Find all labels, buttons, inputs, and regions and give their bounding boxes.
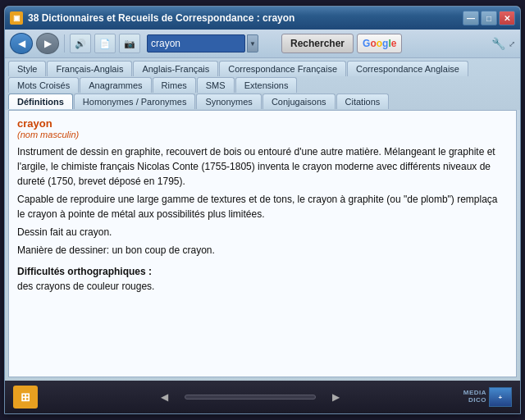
back-button[interactable]: ◀ xyxy=(10,33,33,54)
prev-arrow[interactable]: ◀ xyxy=(161,391,168,403)
tab-correspondance-anglaise[interactable]: Correspondance Anglaise xyxy=(347,61,468,76)
speaker-icon[interactable]: 🔊 xyxy=(70,34,91,53)
tab-extensions[interactable]: Extensions xyxy=(235,77,298,93)
search-dropdown[interactable]: ▼ xyxy=(247,34,258,52)
tab-synonymes[interactable]: Synonymes xyxy=(196,94,261,109)
tab-homonymes[interactable]: Homonymes / Paronymes xyxy=(74,94,196,109)
title-bar: ▣ 38 Dictionnaires et Recueils de Corres… xyxy=(5,7,520,30)
tab-mots-croises[interactable]: Mots Croisés xyxy=(8,77,79,93)
tab-style[interactable]: Style xyxy=(8,61,46,76)
expand-icon[interactable]: ⤢ xyxy=(509,39,515,48)
tab-row-2: Mots Croisés Anagrammes Rimes SMS Extens… xyxy=(8,77,517,93)
close-button[interactable]: ✕ xyxy=(499,11,515,25)
google-button[interactable]: Google xyxy=(357,34,402,53)
google-g: G xyxy=(363,38,370,49)
toolbar-separator xyxy=(64,34,65,52)
tab-citations[interactable]: Citations xyxy=(336,94,390,109)
tab-correspondance-francaise[interactable]: Correspondance Française xyxy=(219,61,346,76)
window-title: 38 Dictionnaires et Recueils de Correspo… xyxy=(28,12,463,24)
app-icon: ▣ xyxy=(10,11,23,25)
tab-francais-anglais[interactable]: Français-Anglais xyxy=(47,61,132,76)
search-area: ▼ xyxy=(147,34,278,52)
tab-definitions[interactable]: Définitions xyxy=(8,94,73,109)
minimize-button[interactable]: — xyxy=(463,11,479,25)
tab-anglais-francais[interactable]: Anglais-Français xyxy=(133,61,218,76)
tab-anagrammes[interactable]: Anagrammes xyxy=(80,77,151,93)
tabs-container: Style Français-Anglais Anglais-Français … xyxy=(5,58,520,110)
difficulties-title: Difficultés orthographiques : xyxy=(17,264,508,279)
content-area: crayon (nom masculin) Instrument de dess… xyxy=(8,110,517,377)
definition-paragraph-2: Capable de reproduire une large gamme de… xyxy=(17,192,508,221)
word-subtitle: (nom masculin) xyxy=(17,130,508,139)
tab-conjugaisons[interactable]: Conjugaisons xyxy=(262,94,336,109)
dico-label: DICO xyxy=(463,397,486,404)
media-dico-text: MEDIA DICO xyxy=(463,390,486,404)
window-controls: — □ ✕ xyxy=(463,11,515,25)
google-o1: o xyxy=(370,38,376,49)
tab-sms[interactable]: SMS xyxy=(197,77,235,93)
word-title: crayon xyxy=(17,117,508,130)
taskbar-progress-area: ◀ ▶ xyxy=(44,391,457,403)
google-o2: o xyxy=(377,38,382,49)
definition-paragraph-3: Dessin fait au crayon. xyxy=(17,225,508,240)
progress-bar xyxy=(185,395,316,399)
media-dico-logo: MEDIA DICO + xyxy=(463,387,512,407)
google-g2: g xyxy=(382,38,388,49)
next-arrow[interactable]: ▶ xyxy=(332,391,340,403)
taskbar-app-icon[interactable]: ⊞ xyxy=(13,386,38,409)
wrench-icon[interactable]: 🔧 xyxy=(491,37,505,50)
image-icon[interactable]: 📷 xyxy=(119,34,140,53)
document-icon[interactable]: 📄 xyxy=(94,34,116,53)
taskbar: ⊞ ◀ ▶ MEDIA DICO + xyxy=(5,381,520,413)
toolbar-right: 🔧 ⤢ xyxy=(491,37,515,50)
main-window: ▣ 38 Dictionnaires et Recueils de Corres… xyxy=(4,6,521,414)
definition-paragraph-1: Instrument de dessin en graphite, recouv… xyxy=(17,144,508,189)
maximize-button[interactable]: □ xyxy=(481,11,497,25)
rechercher-button[interactable]: Rechercher xyxy=(281,34,354,53)
forward-button[interactable]: ▶ xyxy=(36,33,59,54)
definition-paragraph-4: Manière de dessiner: un bon coup de cray… xyxy=(17,243,508,258)
tab-row-3: Définitions Homonymes / Paronymes Synony… xyxy=(8,94,517,109)
difficulties-text: des crayons de couleur rouges. xyxy=(17,279,508,294)
toolbar: ◀ ▶ 🔊 📄 📷 ▼ Rechercher Google 🔧 ⤢ xyxy=(5,30,520,58)
google-e: e xyxy=(391,38,397,49)
tab-row-1: Style Français-Anglais Anglais-Français … xyxy=(8,61,517,76)
tab-rimes[interactable]: Rimes xyxy=(153,77,196,93)
search-input[interactable] xyxy=(147,34,245,52)
media-dico-box: + xyxy=(489,387,512,407)
